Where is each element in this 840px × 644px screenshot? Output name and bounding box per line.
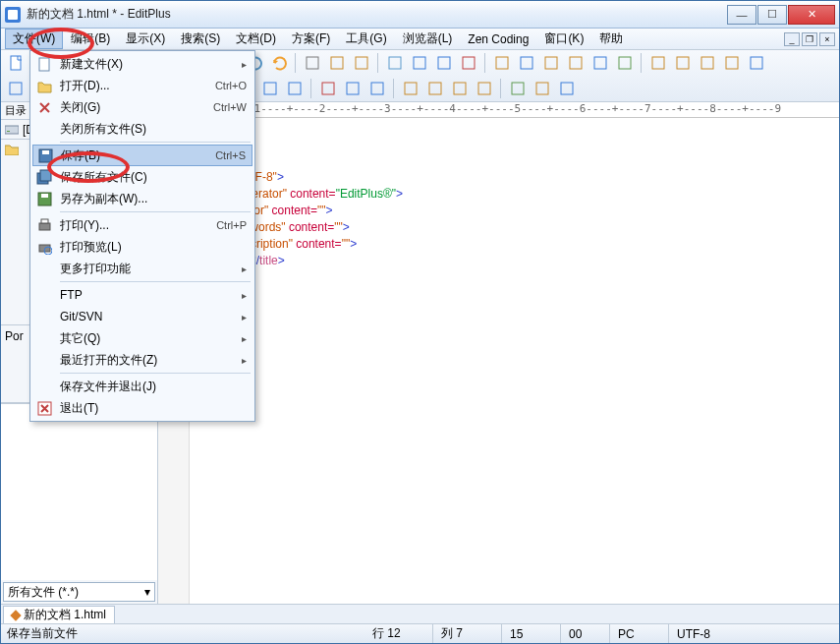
menu-search[interactable]: 搜索(S) (173, 29, 228, 49)
menu-item-shortcut: Ctrl+O (215, 80, 247, 91)
menu-item-j[interactable]: 保存文件并退出(J) (32, 376, 252, 397)
toolbar-button[interactable] (259, 78, 281, 99)
menu-file[interactable]: 文件(W) (5, 29, 63, 49)
preview-icon (32, 239, 56, 255)
menu-item-c[interactable]: 保存所有文件(C) (32, 166, 252, 188)
title-bar[interactable]: 新的文档 1.html * - EditPlus — ☐ ✕ (1, 1, 839, 29)
code-editor[interactable]: html> ="en"> harset="UTF-8"> ame="Genera… (158, 118, 839, 604)
close-button[interactable]: ✕ (788, 5, 835, 25)
toolbar-button[interactable] (614, 52, 636, 74)
toolbar-button[interactable] (540, 52, 562, 74)
menu-item-d[interactable]: 打开(D)...Ctrl+O (32, 75, 252, 96)
toolbar-button[interactable] (326, 52, 348, 74)
svg-rect-42 (429, 83, 441, 94)
svg-rect-10 (356, 57, 367, 69)
svg-rect-11 (389, 57, 401, 69)
menu-browser[interactable]: 浏览器(L) (395, 29, 461, 49)
svg-rect-9 (331, 57, 343, 69)
menu-item-s[interactable]: 关闭所有文件(S) (32, 118, 252, 140)
menu-window[interactable]: 窗口(K) (536, 29, 591, 49)
menu-view[interactable]: 显示(X) (118, 29, 173, 49)
svg-rect-56 (41, 194, 48, 198)
menu-item-g[interactable]: 关闭(G)Ctrl+W (32, 96, 252, 118)
svg-rect-41 (405, 83, 417, 94)
status-bar: 保存当前文件 行 12 列 7 15 00 PC UTF-8 (1, 623, 839, 643)
file-filter[interactable]: 所有文件 (*.*) ▾ (3, 582, 155, 602)
toolbar-button[interactable] (351, 52, 372, 74)
menu-item-ftp[interactable]: FTP▸ (32, 284, 252, 306)
menu-item-t[interactable]: 退出(T) (32, 397, 252, 419)
toolbar-button[interactable] (400, 78, 421, 99)
toolbar-button[interactable] (458, 52, 479, 74)
toolbar-button[interactable] (5, 78, 27, 99)
toolbar-button[interactable] (284, 78, 306, 99)
toolbar-button[interactable] (746, 52, 767, 74)
saveas-icon (32, 191, 56, 206)
menu-project[interactable]: 方案(F) (284, 29, 338, 49)
menu-item-gitsvn[interactable]: Git/SVN▸ (32, 306, 252, 327)
print-icon (32, 217, 56, 233)
menu-document[interactable]: 文档(D) (228, 29, 284, 49)
menu-edit[interactable]: 编辑(B) (63, 29, 118, 49)
submenu-arrow-icon: ▸ (242, 355, 247, 366)
toolbar-button[interactable] (342, 78, 364, 99)
menu-tools[interactable]: 工具(G) (338, 29, 394, 49)
menu-zen[interactable]: Zen Coding (460, 30, 536, 48)
menu-item-label: 另存为副本(W)... (56, 191, 247, 207)
document-tab[interactable]: 新的文档 1.html (3, 606, 115, 623)
toolbar-button[interactable] (532, 78, 553, 99)
menu-item-w[interactable]: 另存为副本(W)... (32, 188, 252, 209)
toolbar-button[interactable] (721, 52, 743, 74)
menu-help[interactable]: 帮助 (591, 29, 631, 49)
mdi-close[interactable]: × (819, 32, 835, 46)
menu-item-q[interactable]: 其它(Q)▸ (32, 327, 252, 349)
menu-item-label: 更多打印功能 (56, 261, 242, 277)
svg-rect-21 (652, 57, 664, 69)
svg-rect-50 (39, 58, 49, 71)
toolbar-button[interactable] (5, 52, 27, 74)
status-ovr: 00 (561, 624, 610, 643)
mdi-restore[interactable]: ❐ (802, 32, 817, 46)
maximize-button[interactable]: ☐ (757, 5, 787, 25)
toolbar-button[interactable] (317, 78, 339, 99)
toolbar-button[interactable] (384, 52, 406, 74)
svg-rect-36 (264, 83, 276, 94)
save-icon (33, 147, 57, 163)
menu-item-l[interactable]: 打印预览(L) (32, 236, 252, 258)
svg-rect-25 (751, 57, 762, 69)
toolbar-button[interactable] (556, 78, 578, 99)
menu-item-[interactable]: 更多打印功能▸ (32, 258, 252, 279)
toolbar-button[interactable] (672, 52, 694, 74)
toolbar-button[interactable] (366, 78, 388, 99)
svg-rect-13 (438, 57, 450, 69)
minimize-button[interactable]: — (727, 5, 756, 25)
menu-item-b[interactable]: 保存(B)Ctrl+S (32, 145, 252, 166)
modified-icon (10, 610, 21, 620)
menu-item-label: 保存所有文件(C) (56, 169, 247, 186)
mdi-minimize[interactable]: _ (784, 32, 800, 46)
menu-item-y[interactable]: 打印(Y)...Ctrl+P (32, 214, 252, 236)
svg-rect-47 (561, 83, 573, 94)
file-list-item[interactable]: Por (5, 329, 24, 343)
toolbar-button[interactable] (697, 52, 718, 74)
toolbar-button[interactable] (302, 52, 323, 74)
toolbar-button[interactable] (565, 52, 587, 74)
toolbar-button[interactable] (424, 78, 446, 99)
toolbar-button[interactable] (449, 78, 471, 99)
toolbar-button[interactable] (491, 52, 513, 74)
menu-item-x[interactable]: 新建文件(X)▸ (32, 53, 252, 75)
status-col: 列 7 (433, 624, 502, 643)
toolbar-button[interactable] (433, 52, 455, 74)
toolbar-button[interactable] (268, 52, 290, 74)
toolbar-button[interactable] (409, 52, 430, 74)
document-tab-label: 新的文档 1.html (24, 607, 106, 623)
toolbar-button[interactable] (516, 52, 537, 74)
menu-item-z[interactable]: 最近打开的文件(Z)▸ (32, 349, 252, 371)
svg-rect-43 (454, 83, 466, 94)
toolbar-button[interactable] (589, 52, 611, 74)
toolbar-button[interactable] (474, 78, 495, 99)
svg-rect-52 (42, 150, 49, 154)
toolbar-button[interactable] (507, 78, 529, 99)
toolbar-button[interactable] (647, 52, 669, 74)
svg-rect-24 (726, 57, 738, 69)
